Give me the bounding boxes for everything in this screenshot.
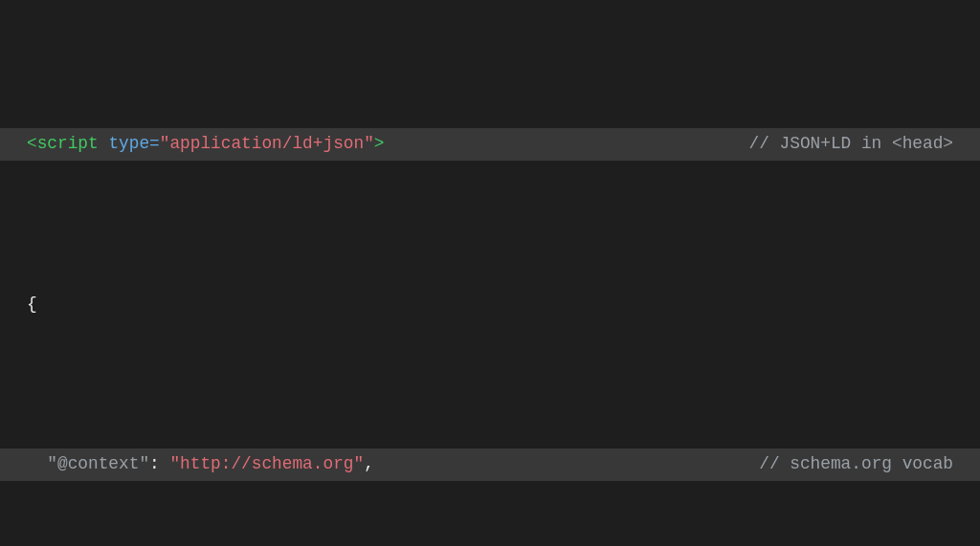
- comment: // schema.org vocab: [759, 448, 953, 481]
- code-block: <script type="application/ld+json">// JS…: [0, 0, 980, 546]
- comment: // JSON+LD in <head>: [749, 128, 953, 161]
- code-line: "@context": "http://schema.org",// schem…: [0, 448, 980, 481]
- code-line: {: [0, 289, 980, 321]
- string-token: "application/ld+json": [160, 134, 374, 153]
- json-string: "http://schema.org": [169, 454, 364, 473]
- json-key: "@context": [47, 454, 149, 473]
- tag-token: <script: [27, 134, 99, 153]
- code-line: <script type="application/ld+json">// JS…: [0, 128, 980, 161]
- attr-token: type: [108, 134, 149, 153]
